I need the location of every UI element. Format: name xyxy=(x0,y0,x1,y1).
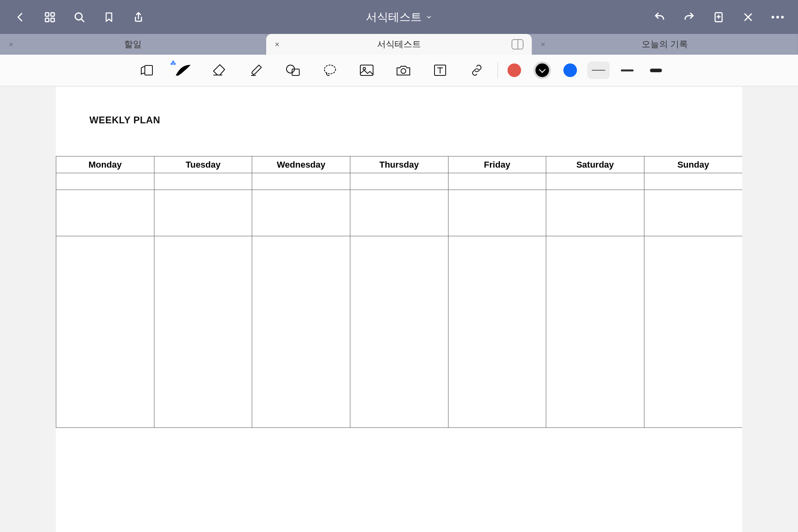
svg-rect-2 xyxy=(45,18,49,22)
highlighter-icon[interactable] xyxy=(238,58,275,82)
stroke-medium-button[interactable] xyxy=(616,61,638,79)
document-title[interactable]: 서식테스트 xyxy=(366,10,432,25)
search-icon[interactable] xyxy=(65,5,93,29)
svg-rect-0 xyxy=(45,12,49,16)
table-row xyxy=(56,236,743,428)
svg-point-11 xyxy=(772,16,774,18)
color-blue-swatch[interactable] xyxy=(563,63,577,77)
svg-rect-3 xyxy=(51,18,55,22)
tab-bar: × 할일 × 서식테스트 × 오늘의 기록 xyxy=(0,34,798,55)
svg-rect-20 xyxy=(360,65,373,75)
svg-line-5 xyxy=(81,19,84,22)
day-header: Saturday xyxy=(546,156,644,173)
color-red-swatch[interactable] xyxy=(508,63,521,77)
tab-template-test[interactable]: × 서식테스트 xyxy=(266,34,532,55)
pen-icon[interactable]: ⁂ xyxy=(165,58,201,82)
chevron-down-icon xyxy=(426,14,432,20)
undo-icon[interactable] xyxy=(646,5,674,29)
tab-close-icon[interactable]: × xyxy=(275,40,280,48)
svg-point-13 xyxy=(781,16,784,18)
tab-label: 할일 xyxy=(124,38,142,50)
page-title: WEEKLY PLAN xyxy=(89,115,709,126)
tab-today-log[interactable]: × 오늘의 기록 xyxy=(532,34,798,55)
tab-label: 서식테스트 xyxy=(377,38,421,50)
app-header: 서식테스트 xyxy=(0,0,798,34)
eraser-icon[interactable] xyxy=(201,58,238,82)
camera-icon[interactable] xyxy=(385,58,422,82)
day-header: Monday xyxy=(56,156,154,173)
grid-icon[interactable] xyxy=(36,5,64,29)
document-title-text: 서식테스트 xyxy=(366,10,422,25)
table-row xyxy=(56,190,743,236)
read-mode-icon[interactable] xyxy=(128,58,165,82)
day-header: Wednesday xyxy=(252,156,350,173)
bookmark-icon[interactable] xyxy=(95,5,123,29)
tab-close-icon[interactable]: × xyxy=(9,40,14,48)
image-icon[interactable] xyxy=(348,58,385,82)
day-header: Sunday xyxy=(644,156,742,173)
tab-label: 오늘의 기록 xyxy=(642,38,688,50)
back-icon[interactable] xyxy=(6,5,34,29)
color-black-swatch[interactable] xyxy=(535,63,549,77)
toolbar: ⁂ xyxy=(0,55,798,87)
table-header-row: Monday Tuesday Wednesday Thursday Friday… xyxy=(56,156,743,173)
shape-icon[interactable] xyxy=(275,58,312,82)
svg-point-12 xyxy=(776,16,779,18)
lasso-icon[interactable] xyxy=(312,58,348,82)
share-icon[interactable] xyxy=(124,5,152,29)
text-icon[interactable] xyxy=(422,58,458,82)
svg-rect-1 xyxy=(51,12,55,16)
weekly-plan-table: Monday Tuesday Wednesday Thursday Friday… xyxy=(56,156,742,428)
add-page-icon[interactable] xyxy=(705,5,733,29)
table-row xyxy=(56,173,743,190)
stroke-thick-button[interactable] xyxy=(645,61,667,79)
more-icon[interactable] xyxy=(764,5,792,29)
tab-todo[interactable]: × 할일 xyxy=(0,34,266,55)
canvas[interactable]: WEEKLY PLAN Monday Tuesday Wednesday Thu… xyxy=(0,87,798,532)
svg-point-19 xyxy=(324,65,336,74)
day-header: Tuesday xyxy=(154,156,252,173)
redo-icon[interactable] xyxy=(675,5,703,29)
close-icon[interactable] xyxy=(734,5,762,29)
svg-point-22 xyxy=(401,69,406,73)
bluetooth-badge-icon: ⁂ xyxy=(170,60,176,66)
toolbar-divider xyxy=(498,62,498,79)
stroke-thin-button[interactable] xyxy=(587,61,610,79)
day-header: Friday xyxy=(448,156,546,173)
link-icon[interactable] xyxy=(458,58,495,82)
page[interactable]: WEEKLY PLAN Monday Tuesday Wednesday Thu… xyxy=(56,87,742,532)
tab-close-icon[interactable]: × xyxy=(541,40,545,48)
split-view-icon[interactable] xyxy=(512,39,523,49)
day-header: Thursday xyxy=(350,156,448,173)
svg-point-21 xyxy=(363,67,365,70)
svg-rect-14 xyxy=(145,65,152,75)
